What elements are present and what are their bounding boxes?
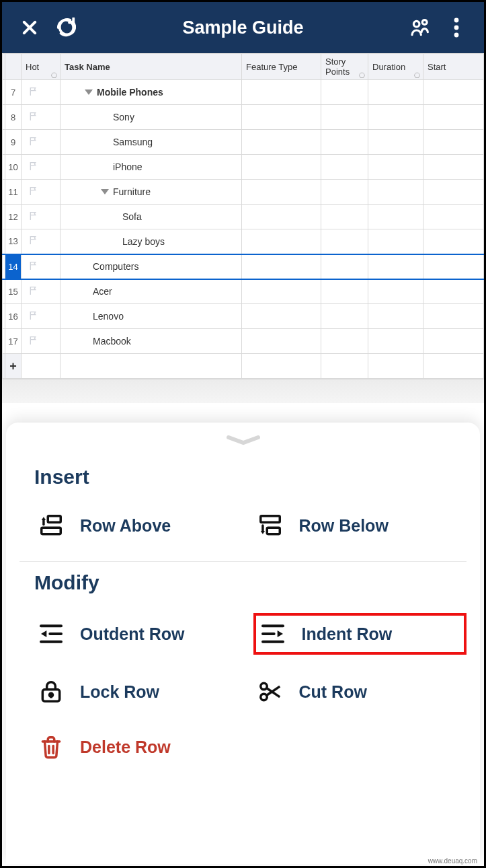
row-number[interactable]: 14	[5, 254, 22, 279]
col-header-duration[interactable]: Duration◯	[368, 54, 423, 80]
hot-cell[interactable]	[22, 279, 60, 304]
hot-cell[interactable]	[22, 80, 60, 105]
task-name-cell[interactable]: Samsung	[60, 130, 242, 155]
duration-cell[interactable]	[368, 205, 423, 229]
close-button[interactable]	[11, 9, 48, 46]
feature-type-cell[interactable]	[242, 304, 321, 329]
flag-icon[interactable]	[28, 186, 39, 196]
caret-icon[interactable]	[85, 89, 93, 95]
flag-icon[interactable]	[28, 136, 39, 147]
duration-cell[interactable]	[368, 329, 423, 354]
story-points-cell[interactable]	[321, 304, 368, 329]
hot-cell[interactable]	[22, 329, 60, 354]
hot-cell[interactable]	[22, 105, 60, 130]
duration-cell[interactable]	[368, 279, 423, 304]
action-row-above[interactable]: Row Above	[34, 507, 248, 544]
task-name-cell[interactable]: Macbook	[60, 329, 242, 354]
flag-icon[interactable]	[28, 86, 39, 97]
feature-type-cell[interactable]	[242, 155, 321, 180]
table-row[interactable]: 8Sony	[3, 105, 484, 130]
col-header-feature-type[interactable]: Feature Type	[242, 54, 321, 80]
story-points-cell[interactable]	[321, 155, 368, 180]
row-number[interactable]: 12	[5, 205, 22, 229]
task-name-cell[interactable]: Sony	[60, 105, 242, 130]
duration-cell[interactable]	[368, 105, 423, 130]
more-menu-button[interactable]	[438, 9, 475, 46]
start-cell[interactable]	[423, 279, 484, 304]
start-cell[interactable]	[423, 80, 484, 105]
action-lock-row[interactable]: Lock Row	[34, 674, 248, 710]
row-number[interactable]: 17	[5, 329, 22, 354]
start-cell[interactable]	[423, 105, 484, 130]
col-header-task[interactable]: Task Name	[60, 54, 242, 80]
task-name-cell[interactable]: Mobile Phones	[60, 80, 242, 105]
flag-icon[interactable]	[28, 161, 39, 172]
flag-icon[interactable]	[28, 335, 39, 346]
add-row-icon[interactable]: +	[5, 354, 22, 379]
row-number[interactable]: 13	[5, 229, 22, 254]
hot-cell[interactable]	[22, 254, 60, 279]
task-name-cell[interactable]: Sofa	[60, 205, 242, 229]
add-row[interactable]: +	[3, 354, 484, 379]
refresh-button[interactable]	[48, 9, 84, 46]
row-number[interactable]: 8	[5, 105, 22, 130]
story-points-cell[interactable]	[321, 229, 368, 254]
story-points-cell[interactable]	[321, 329, 368, 354]
row-number[interactable]: 15	[5, 279, 22, 304]
task-name-cell[interactable]: Computers	[60, 254, 242, 279]
start-cell[interactable]	[423, 329, 484, 354]
duration-cell[interactable]	[368, 80, 423, 105]
story-points-cell[interactable]	[321, 254, 368, 279]
task-name-cell[interactable]: Acer	[60, 279, 242, 304]
action-row-below[interactable]: Row Below	[253, 507, 467, 544]
action-indent-row[interactable]: Indent Row	[253, 613, 467, 655]
table-row[interactable]: 16Lenovo	[3, 304, 484, 329]
spreadsheet-grid[interactable]: Hot◯ Task Name Feature Type Story Points…	[2, 53, 484, 379]
row-number[interactable]: 10	[5, 155, 22, 180]
table-row[interactable]: 11Furniture	[3, 180, 484, 205]
duration-cell[interactable]	[368, 180, 423, 205]
table-row[interactable]: 17Macbook	[3, 329, 484, 354]
table-row[interactable]: 13Lazy boys	[3, 229, 484, 254]
table-row[interactable]: 10iPhone	[3, 155, 484, 180]
task-name-cell[interactable]: iPhone	[60, 155, 242, 180]
start-cell[interactable]	[423, 229, 484, 254]
story-points-cell[interactable]	[321, 80, 368, 105]
feature-type-cell[interactable]	[242, 105, 321, 130]
table-row[interactable]: 7Mobile Phones	[3, 80, 484, 105]
row-number[interactable]: 9	[5, 130, 22, 155]
row-number[interactable]: 16	[5, 304, 22, 329]
share-button[interactable]	[402, 9, 438, 46]
duration-cell[interactable]	[368, 130, 423, 155]
feature-type-cell[interactable]	[242, 205, 321, 229]
story-points-cell[interactable]	[321, 279, 368, 304]
hot-cell[interactable]	[22, 304, 60, 329]
flag-icon[interactable]	[28, 310, 39, 321]
table-row[interactable]: 9Samsung	[3, 130, 484, 155]
start-cell[interactable]	[423, 180, 484, 205]
action-outdent-row[interactable]: Outdent Row	[34, 613, 248, 655]
start-cell[interactable]	[423, 130, 484, 155]
table-row[interactable]: 14Computers	[3, 254, 484, 279]
feature-type-cell[interactable]	[242, 80, 321, 105]
feature-type-cell[interactable]	[242, 229, 321, 254]
story-points-cell[interactable]	[321, 130, 368, 155]
feature-type-cell[interactable]	[242, 180, 321, 205]
flag-icon[interactable]	[28, 211, 39, 221]
flag-icon[interactable]	[28, 111, 39, 122]
action-delete-row[interactable]: Delete Row	[34, 729, 248, 765]
duration-cell[interactable]	[368, 304, 423, 329]
hot-cell[interactable]	[22, 229, 60, 254]
flag-icon[interactable]	[28, 235, 39, 246]
start-cell[interactable]	[423, 155, 484, 180]
col-header-start[interactable]: Start	[423, 54, 484, 80]
row-number[interactable]: 7	[5, 80, 22, 105]
caret-icon[interactable]	[101, 189, 109, 194]
task-name-cell[interactable]: Lenovo	[60, 304, 242, 329]
duration-cell[interactable]	[368, 254, 423, 279]
start-cell[interactable]	[423, 254, 484, 279]
hot-cell[interactable]	[22, 205, 60, 229]
row-number[interactable]: 11	[5, 180, 22, 205]
feature-type-cell[interactable]	[242, 329, 321, 354]
duration-cell[interactable]	[368, 229, 423, 254]
